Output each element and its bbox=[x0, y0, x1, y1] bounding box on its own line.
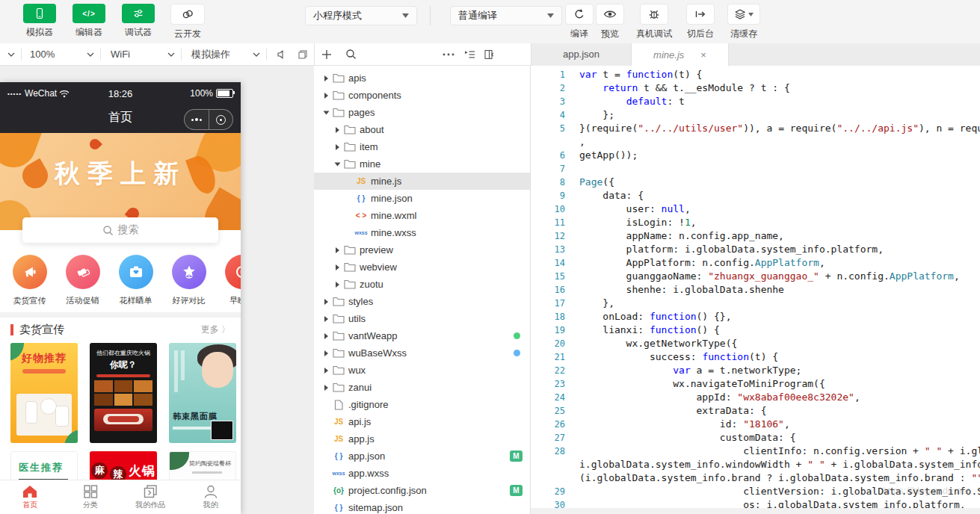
tree-item-app.wxss[interactable]: wxssapp.wxss bbox=[314, 465, 530, 482]
code-line[interactable]: 21 success: function(t) { bbox=[531, 350, 980, 364]
tabbar-my-works[interactable]: 我的作品 bbox=[120, 480, 181, 514]
close-tab-icon[interactable]: × bbox=[700, 49, 706, 61]
tree-item-preview[interactable]: preview bbox=[314, 241, 530, 258]
exit-miniprogram-button[interactable] bbox=[209, 110, 233, 129]
tree-arrow-icon[interactable] bbox=[321, 93, 330, 99]
code-line[interactable]: 12 appName: n.config.app_name, bbox=[531, 229, 980, 243]
editor-button[interactable]: </> 编辑器 bbox=[70, 4, 108, 40]
tree-arrow-icon[interactable] bbox=[333, 264, 342, 270]
code-line[interactable]: 6getApp()); bbox=[531, 149, 980, 162]
code-line[interactable]: 9 data: { bbox=[531, 189, 980, 202]
code-line[interactable]: 11 isLogin: !1, bbox=[531, 216, 980, 229]
tree-item-project.config.json[interactable]: {o}project.config.jsonM bbox=[314, 482, 530, 499]
collapse-toolbar-button[interactable] bbox=[3, 43, 19, 65]
sim-action-select[interactable]: 模拟操作 bbox=[191, 43, 260, 65]
search-files-button[interactable] bbox=[341, 43, 360, 65]
card-face-mask[interactable]: 韩束黑面膜 bbox=[169, 343, 236, 443]
promo-banner[interactable]: 秋季上新 bbox=[0, 133, 241, 230]
tabbar-home[interactable]: 首页 bbox=[0, 480, 61, 514]
code-line[interactable]: 13 platform: i.globalData.system_info.pl… bbox=[531, 243, 980, 256]
code-line[interactable]: 19 lianxi: function() { bbox=[531, 323, 980, 337]
code-line[interactable]: 16 shenhe: i.globalData.shenhe bbox=[531, 283, 980, 297]
tree-item-styles[interactable]: styles bbox=[314, 293, 530, 310]
tree-item-mine[interactable]: mine bbox=[314, 155, 530, 173]
code-line[interactable]: , bbox=[531, 135, 980, 149]
code-line[interactable]: 15 guanggaoName: "zhuangx_guanggao_" + n… bbox=[531, 270, 980, 283]
tree-item-app.json[interactable]: { }app.jsonM bbox=[314, 448, 530, 465]
code-line[interactable]: 29 clientVersion: i.globalData.system_in… bbox=[531, 485, 980, 498]
sound-button[interactable] bbox=[272, 43, 292, 65]
debugger-button[interactable]: 调试器 bbox=[120, 4, 157, 40]
more-menu-button[interactable] bbox=[185, 110, 209, 129]
code-line[interactable]: 1var t = function(t) { bbox=[531, 68, 980, 81]
tree-item-vantWeapp[interactable]: vantWeapp bbox=[314, 327, 530, 344]
tree-item-wux[interactable]: wux bbox=[314, 362, 530, 379]
tree-arrow-icon[interactable] bbox=[321, 333, 330, 339]
compile-button[interactable]: 编译 bbox=[564, 4, 594, 40]
quick-icon-camera[interactable]: 花样晒单 bbox=[109, 255, 162, 306]
tree-item-webview[interactable]: webview bbox=[314, 258, 530, 276]
tree-arrow-icon[interactable] bbox=[333, 161, 342, 167]
clear-cache-button[interactable]: 清缓存 bbox=[727, 4, 761, 40]
tree-item-utils[interactable]: utils bbox=[314, 310, 530, 327]
switch-background-button[interactable]: 切后台 bbox=[685, 4, 716, 40]
tab-mine-js[interactable]: mine.js × bbox=[632, 43, 729, 66]
open-editors-button[interactable] bbox=[460, 43, 478, 65]
mode-select[interactable]: 小程序模式 bbox=[305, 6, 417, 25]
tree-item-wuBaseWxss[interactable]: wuBaseWxss bbox=[314, 344, 530, 362]
tree-item-mine.json[interactable]: { }mine.json bbox=[314, 190, 530, 207]
quick-icon-star[interactable]: 好评对比 bbox=[162, 255, 215, 306]
tree-arrow-icon[interactable] bbox=[321, 299, 330, 305]
tree-item-api.js[interactable]: JSapi.js bbox=[314, 413, 530, 430]
code-line[interactable]: 14 AppPlatform: n.config.AppPlatform, bbox=[531, 256, 980, 270]
tree-item-apis[interactable]: apis bbox=[314, 69, 530, 87]
tree-arrow-icon[interactable] bbox=[321, 350, 330, 356]
code-line[interactable]: 3 default: t bbox=[531, 95, 980, 108]
tree-item-mine.wxss[interactable]: wxssmine.wxss bbox=[314, 224, 530, 241]
tree-arrow-icon[interactable] bbox=[321, 110, 330, 116]
tree-item-mine.js[interactable]: JSmine.js bbox=[314, 173, 530, 190]
new-file-button[interactable] bbox=[317, 43, 336, 65]
code-line[interactable]: 4 }; bbox=[531, 108, 980, 122]
more-options-button[interactable] bbox=[440, 43, 457, 65]
quick-icon-tags[interactable]: 活动促销 bbox=[56, 255, 109, 306]
tab-app-json[interactable]: app.json bbox=[531, 43, 632, 65]
code-editor[interactable]: 1var t = function(t) {2 return t && t.__… bbox=[531, 66, 980, 514]
card-hotpot-chongqing[interactable]: 他们都在重庆吃火锅 你呢？ bbox=[90, 343, 157, 443]
tree-item-item[interactable]: item bbox=[314, 138, 530, 155]
quick-icon-target[interactable]: 早晚报 bbox=[215, 255, 241, 306]
code-line[interactable]: 27 customData: { bbox=[531, 431, 980, 445]
code-line[interactable]: 20 wx.getNetworkType({ bbox=[531, 337, 980, 350]
code-line[interactable]: 22 var a = t.networkType; bbox=[531, 364, 980, 377]
tree-item-app.js[interactable]: JSapp.js bbox=[314, 430, 530, 448]
code-line[interactable]: 17 }, bbox=[531, 297, 980, 310]
network-select[interactable]: WiFi bbox=[111, 43, 175, 65]
more-link[interactable]: 更多 〉 bbox=[201, 323, 230, 336]
code-line[interactable]: (i.globalData.system_info.brand ? i.glob… bbox=[531, 471, 980, 485]
tree-item-components[interactable]: components bbox=[314, 87, 530, 104]
code-line[interactable]: i.globalData.system_info.windowWidth + "… bbox=[531, 458, 980, 471]
tree-arrow-icon[interactable] bbox=[333, 247, 342, 253]
code-line[interactable]: 24 appId: "wx8abaf00ee8c3202e", bbox=[531, 391, 980, 404]
card-good-things[interactable]: 好物推荐 bbox=[10, 343, 78, 443]
cloud-dev-button[interactable]: 云开发 bbox=[169, 4, 206, 40]
horizontal-scrollbar[interactable] bbox=[531, 508, 980, 514]
tree-item-sitemap.json[interactable]: { }sitemap.json bbox=[314, 499, 530, 514]
device-debug-button[interactable]: 真机调试 bbox=[635, 4, 673, 40]
code-line[interactable]: 7 bbox=[531, 162, 980, 176]
tree-arrow-icon[interactable] bbox=[333, 144, 342, 150]
collapse-panel-button[interactable] bbox=[480, 43, 498, 65]
zoom-select[interactable]: 100% bbox=[30, 43, 94, 65]
compile-mode-select[interactable]: 普通编译 bbox=[450, 6, 562, 25]
tree-item-.gitignore[interactable]: .gitignore bbox=[314, 396, 530, 413]
tree-item-about[interactable]: about bbox=[314, 121, 530, 138]
tree-arrow-icon[interactable] bbox=[321, 368, 330, 374]
tree-arrow-icon[interactable] bbox=[321, 75, 330, 81]
search-bar[interactable]: 搜索 bbox=[22, 217, 218, 243]
tree-arrow-icon[interactable] bbox=[321, 385, 330, 391]
code-line[interactable]: 18 onLoad: function() {}, bbox=[531, 310, 980, 323]
window-mode-button[interactable] bbox=[293, 43, 312, 65]
quick-icon-megaphone[interactable]: 卖货宣传 bbox=[3, 255, 56, 306]
code-line[interactable]: 26 id: "18106", bbox=[531, 418, 980, 431]
code-line[interactable]: 23 wx.navigateToMiniProgram({ bbox=[531, 377, 980, 391]
